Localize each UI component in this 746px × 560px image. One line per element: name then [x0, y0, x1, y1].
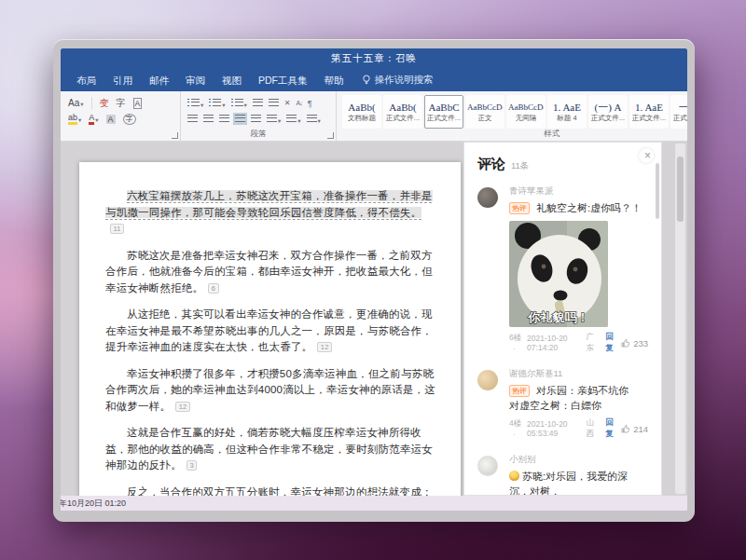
increase-indent-icon[interactable]: [268, 98, 280, 108]
align-center-icon[interactable]: [202, 114, 214, 124]
avatar[interactable]: [477, 456, 498, 476]
tab-help[interactable]: 帮助: [316, 69, 352, 91]
borders-icon[interactable]: [306, 111, 322, 127]
comment-count-badge[interactable]: 6: [208, 283, 218, 294]
comments-count: 11条: [511, 160, 529, 172]
phonetic-guide-icon[interactable]: 变: [98, 98, 111, 109]
desktop-background: 第五十五章：召唤 布局 引用 邮件 审阅 视图 PDF工具集 帮助: [0, 0, 746, 560]
text-highlight-icon[interactable]: ab: [66, 112, 83, 126]
comment-time: 2021-10-20 05:53:49: [527, 419, 582, 438]
align-left-icon[interactable]: [186, 114, 199, 124]
avatar[interactable]: [477, 187, 498, 208]
shading-icon[interactable]: [285, 111, 301, 127]
window-scrollbar[interactable]: [675, 143, 685, 494]
tab-layout[interactable]: 布局: [68, 69, 104, 91]
tell-me-label: 操作说明搜索: [375, 74, 434, 87]
tab-pdf-tools[interactable]: PDF工具集: [250, 69, 316, 91]
bullet-list-icon[interactable]: [186, 95, 204, 111]
avatar[interactable]: [477, 370, 498, 390]
paragraph: 这就是合作互赢的好处，倘若苏晓大幅度压榨幸运女神所得收益，那他的收益的确高，但这…: [105, 425, 436, 474]
font-color-icon[interactable]: A: [87, 112, 100, 126]
comment-text: 对虚空之树：白嫖你: [509, 398, 648, 413]
paragraph: 幸运女神积攒了很多年，才积攒50多滴幸运神血，但之前与苏晓合作两次后，她的幸运神…: [105, 366, 436, 416]
comment-floor: 6楼: [509, 333, 523, 353]
panda-meme-image[interactable]: 你礼貌吗！: [509, 221, 608, 327]
paragraph-group: 段落: [181, 91, 337, 141]
comment-count-badge[interactable]: 3: [186, 460, 197, 471]
paragraph: 苏晓这次是准备把幸运女神召来，双方合作操作一番，之前双方合作后，他就准备今后的宝…: [105, 248, 436, 297]
hot-badge: 热评: [509, 385, 530, 397]
change-case-button[interactable]: Aa: [66, 97, 86, 109]
scrollbar-thumb[interactable]: [677, 157, 684, 222]
paragraph: 反之，当合作的双方五五分账时，幸运女神那边的想法就变成：‘你可别有事啊，我家有件…: [105, 485, 436, 497]
comment-item: 小别别 苏晓:对乐园，我爱的深沉，对树， 老子管你多少负信誉度 11楼 2022…: [464, 447, 661, 496]
comment-item: 谢德尔斯基11 热评 对乐园：亲妈不坑你 对虚空之树：白嫖你 4楼 2021-1…: [464, 362, 661, 447]
tab-mailings[interactable]: 邮件: [141, 69, 177, 91]
like-button[interactable]: 233: [621, 338, 648, 348]
paragraph-mark-icon[interactable]: [307, 98, 313, 109]
ribbon: Aa 变 字 A ab A A 字: [61, 91, 687, 142]
sort-icon[interactable]: [296, 99, 303, 107]
thumbs-up-icon: [621, 424, 630, 433]
style-card-selected[interactable]: AaBbC正式文件...: [424, 95, 463, 129]
status-datetime: 年10月20日 01:20: [61, 498, 126, 510]
style-card[interactable]: 1. AaE标题 4: [547, 95, 587, 129]
like-button[interactable]: 214: [621, 424, 648, 434]
reply-button[interactable]: 回复: [605, 332, 617, 354]
like-count: 233: [633, 338, 648, 348]
tab-references[interactable]: 引用: [104, 69, 141, 91]
character-border-icon[interactable]: A: [131, 97, 145, 110]
app-window: 第五十五章：召唤 布局 引用 邮件 审阅 视图 PDF工具集 帮助: [53, 39, 695, 522]
distribute-icon[interactable]: [250, 114, 262, 124]
font-dialog-launcher[interactable]: [172, 132, 178, 139]
style-card[interactable]: AaBb(文档标题: [342, 95, 381, 129]
style-card[interactable]: AaBb(正式文件...: [383, 95, 422, 129]
comments-title: 评论: [477, 156, 505, 173]
comment-username[interactable]: 青诗苹果派: [509, 185, 648, 198]
close-icon[interactable]: ×: [639, 148, 654, 163]
paragraph-dialog-launcher[interactable]: [327, 132, 334, 139]
title-bar: 第五十五章：召唤 布局 引用 邮件 审阅 视图 PDF工具集 帮助: [61, 48, 687, 91]
meme-caption: 你礼貌吗！: [528, 310, 589, 324]
lightbulb-icon: [362, 75, 371, 86]
paragraph: 六枚宝箱摆放茶几上，苏晓这次开宝箱，准备操作一番，并非是与凯撒一同操作，那可能会…: [105, 188, 436, 238]
align-right-icon[interactable]: [218, 114, 230, 124]
decrease-indent-icon[interactable]: [252, 98, 264, 108]
comment-region: 广东: [587, 332, 599, 354]
tab-review[interactable]: 审阅: [177, 69, 214, 91]
styles-group: AaBb(文档标题 AaBb(正式文件... AaBbC正式文件... AaBb…: [337, 91, 687, 141]
paragraph: 从这拒绝，其实可以看出幸运女神的合作诚意，更准确的说，现在幸运女神是最不希望苏晓…: [105, 307, 436, 356]
comment-floor: 4楼: [509, 418, 523, 439]
numbered-list-icon[interactable]: [208, 95, 226, 111]
character-shading-icon[interactable]: A: [104, 114, 117, 125]
style-card[interactable]: (一) A正式文件...: [588, 95, 628, 129]
asian-layout-icon[interactable]: [283, 98, 292, 108]
character-scale-icon[interactable]: 字: [115, 98, 128, 109]
document-page[interactable]: 六枚宝箱摆放茶几上，苏晓这次开宝箱，准备操作一番，并非是与凯撒一同操作，那可能会…: [79, 162, 461, 496]
justify-icon[interactable]: [234, 114, 246, 124]
comment-username[interactable]: 谢德尔斯基11: [509, 368, 648, 380]
style-card[interactable]: 一、,正式文件...: [670, 95, 687, 129]
line-spacing-icon[interactable]: [266, 111, 282, 127]
tell-me-search[interactable]: 操作说明搜索: [362, 74, 434, 87]
comment-count-badge[interactable]: 11: [110, 224, 124, 234]
workspace: 六枚宝箱摆放茶几上，苏晓这次开宝箱，准备操作一番，并非是与凯撒一同操作，那可能会…: [61, 142, 687, 496]
comment-count-badge[interactable]: 12: [175, 402, 190, 412]
smiley-emoji-icon: [509, 471, 519, 481]
tab-view[interactable]: 视图: [214, 69, 250, 91]
document-title: 第五十五章：召唤: [61, 48, 687, 69]
style-card[interactable]: AaBbCcDc无间隔: [506, 95, 546, 129]
multilevel-list-icon[interactable]: [230, 95, 248, 111]
enclose-characters-icon[interactable]: 字: [121, 113, 138, 126]
style-card[interactable]: 1. AaE正式文件...: [629, 95, 669, 129]
comment-username[interactable]: 小别别: [509, 454, 648, 466]
thumbs-up-icon: [621, 338, 630, 348]
comment-count-badge[interactable]: 12: [317, 342, 332, 352]
comment-text: 对乐园：亲妈不坑你: [536, 385, 629, 396]
hot-badge: 热评: [509, 202, 530, 214]
like-count: 214: [633, 424, 648, 434]
style-card[interactable]: AaBbCcDc正文: [465, 95, 504, 129]
reply-button[interactable]: 回复: [605, 417, 617, 440]
paragraph-group-label: 段落: [181, 129, 336, 140]
status-bar: 年10月20日 01:20: [61, 496, 687, 511]
